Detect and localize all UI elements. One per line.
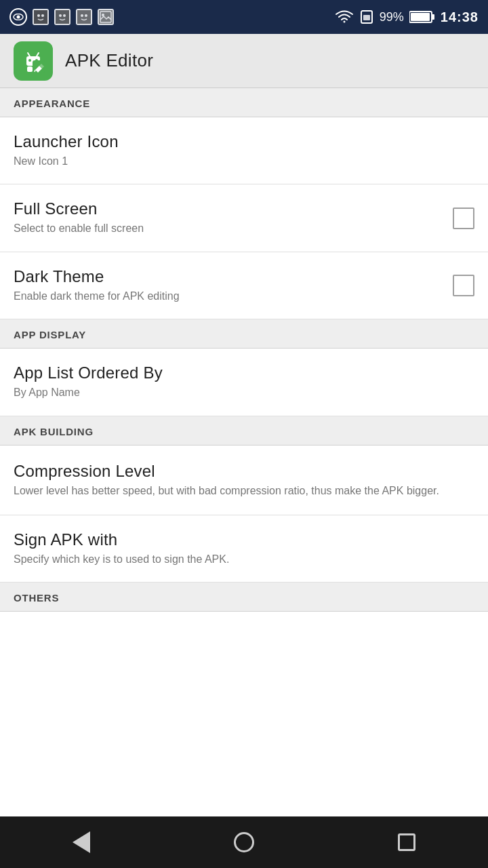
svg-point-1	[17, 16, 20, 19]
battery-icon	[409, 10, 435, 24]
setting-sign-apk[interactable]: Sign APK with Specify which key is to us…	[0, 515, 488, 583]
section-header-others-text: OTHERS	[14, 592, 59, 604]
sim-icon	[359, 9, 374, 24]
recent-square-icon	[398, 833, 415, 851]
setting-sign-apk-subtitle: Specify which key is to used to sign the…	[14, 552, 464, 567]
notif-icon-3	[76, 9, 92, 25]
svg-line-28	[35, 70, 35, 72]
notif-icon-1	[33, 9, 49, 25]
notif-icon-2	[54, 9, 70, 25]
nav-home-button[interactable]	[220, 818, 268, 866]
section-header-app-display: APP DISPLAY	[0, 319, 488, 349]
svg-point-4	[41, 14, 44, 17]
setting-app-list-order-subtitle: By App Name	[14, 385, 464, 400]
svg-point-10	[85, 14, 87, 17]
android-icon	[19, 47, 47, 75]
svg-rect-2	[34, 10, 47, 24]
setting-dark-theme-subtitle: Enable dark theme for APK editing	[14, 289, 442, 304]
home-circle-icon	[234, 832, 254, 852]
setting-compression-level[interactable]: Compression Level Lower level has better…	[0, 446, 488, 515]
setting-sign-apk-title: Sign APK with	[14, 530, 464, 549]
back-arrow-icon	[73, 831, 90, 853]
wifi-icon	[335, 9, 354, 24]
svg-point-7	[63, 14, 66, 17]
setting-sign-apk-text: Sign APK with Specify which key is to us…	[14, 530, 474, 567]
dark-theme-checkbox[interactable]	[453, 275, 474, 296]
setting-compression-level-subtitle: Lower level has better speed, but with b…	[14, 484, 464, 498]
app-icon	[14, 41, 53, 81]
section-header-app-display-text: APP DISPLAY	[14, 329, 86, 340]
setting-compression-level-title: Compression Level	[14, 462, 464, 481]
svg-rect-8	[77, 10, 91, 24]
nav-recent-button[interactable]	[383, 818, 430, 866]
section-header-appearance-text: APPEARANCE	[14, 98, 90, 109]
svg-rect-15	[363, 15, 370, 20]
nav-back-button[interactable]	[58, 818, 105, 866]
setting-compression-level-text: Compression Level Lower level has better…	[14, 462, 474, 498]
bottom-spacer	[0, 612, 488, 652]
svg-rect-5	[56, 10, 69, 24]
setting-dark-theme-text: Dark Theme Enable dark theme for APK edi…	[14, 267, 453, 304]
full-screen-checkbox[interactable]	[453, 208, 474, 229]
svg-point-6	[59, 14, 62, 17]
time-display: 14:38	[441, 9, 479, 25]
app-bar: APK Editor	[0, 34, 488, 88]
setting-full-screen-title: Full Screen	[14, 199, 442, 218]
setting-app-list-order[interactable]: App List Ordered By By App Name	[0, 349, 488, 416]
setting-full-screen-text: Full Screen Select to enable full screen	[14, 199, 453, 236]
svg-rect-18	[432, 14, 434, 20]
svg-point-3	[37, 14, 40, 17]
setting-launcher-icon-text: Launcher Icon New Icon 1	[14, 132, 474, 169]
section-header-appearance: APPEARANCE	[0, 88, 488, 117]
status-bar-left	[9, 8, 114, 26]
svg-rect-11	[99, 10, 113, 24]
status-bar: 99% 14:38	[0, 0, 488, 34]
svg-point-21	[28, 59, 31, 62]
setting-app-list-order-text: App List Ordered By By App Name	[14, 363, 474, 400]
cbs-icon	[9, 8, 27, 26]
svg-rect-17	[411, 13, 430, 21]
app-title: APK Editor	[65, 50, 153, 71]
battery-percent: 99%	[380, 10, 404, 24]
setting-launcher-icon-subtitle: New Icon 1	[14, 154, 464, 169]
svg-point-9	[81, 14, 83, 17]
setting-dark-theme[interactable]: Dark Theme Enable dark theme for APK edi…	[0, 252, 488, 319]
status-bar-right: 99% 14:38	[335, 9, 479, 25]
setting-full-screen-subtitle: Select to enable full screen	[14, 221, 442, 236]
main-content: APPEARANCE Launcher Icon New Icon 1 Full…	[0, 88, 488, 816]
section-header-others: OTHERS	[0, 583, 488, 612]
gallery-icon	[98, 9, 114, 25]
section-header-apk-building: APK BUILDING	[0, 416, 488, 446]
setting-launcher-icon[interactable]: Launcher Icon New Icon 1	[0, 117, 488, 184]
setting-full-screen[interactable]: Full Screen Select to enable full screen	[0, 184, 488, 252]
nav-bar	[0, 816, 488, 868]
setting-launcher-icon-title: Launcher Icon	[14, 132, 464, 151]
setting-app-list-order-title: App List Ordered By	[14, 363, 464, 382]
svg-rect-25	[27, 66, 33, 72]
setting-dark-theme-title: Dark Theme	[14, 267, 442, 286]
section-header-apk-building-text: APK BUILDING	[14, 426, 94, 437]
